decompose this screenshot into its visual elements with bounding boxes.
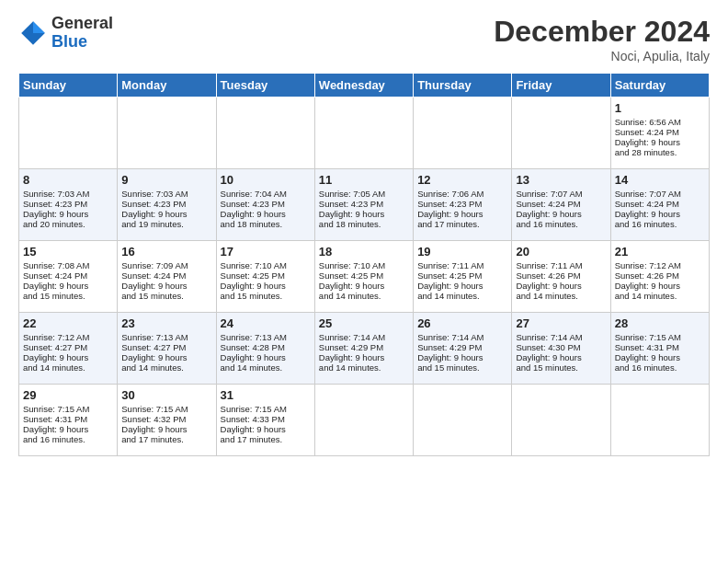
week-row-3: 22Sunrise: 7:12 AMSunset: 4:27 PMDayligh… [19,313,710,385]
table-row: 25Sunrise: 7:14 AMSunset: 4:29 PMDayligh… [314,313,413,385]
month-title: December 2024 [494,15,710,49]
col-wednesday: Wednesday [314,74,413,98]
table-row [512,385,610,456]
table-row: 20Sunrise: 7:11 AMSunset: 4:26 PMDayligh… [512,241,610,313]
location: Noci, Apulia, Italy [494,49,710,63]
table-row [19,98,118,169]
table-row [314,385,413,456]
logo-icon [18,18,48,48]
table-row: 16Sunrise: 7:09 AMSunset: 4:24 PMDayligh… [118,241,216,313]
table-row: 28Sunrise: 7:15 AMSunset: 4:31 PMDayligh… [610,313,709,385]
table-row: 30Sunrise: 7:15 AMSunset: 4:32 PMDayligh… [118,385,216,456]
week-row-0: 1Sunrise: 6:56 AMSunset: 4:24 PMDaylight… [19,98,710,169]
table-row [314,98,413,169]
calendar-table: Sunday Monday Tuesday Wednesday Thursday… [18,73,710,456]
table-row: 27Sunrise: 7:14 AMSunset: 4:30 PMDayligh… [512,313,610,385]
table-row [118,98,216,169]
col-saturday: Saturday [610,74,709,98]
table-row: 19Sunrise: 7:11 AMSunset: 4:25 PMDayligh… [414,241,512,313]
table-row: 9Sunrise: 7:03 AMSunset: 4:23 PMDaylight… [118,169,216,241]
table-row [610,385,709,456]
table-row: 11Sunrise: 7:05 AMSunset: 4:23 PMDayligh… [314,169,413,241]
header: General Blue December 2024 Noci, Apulia,… [18,15,710,63]
table-row: 10Sunrise: 7:04 AMSunset: 4:23 PMDayligh… [216,169,314,241]
table-row: 17Sunrise: 7:10 AMSunset: 4:25 PMDayligh… [216,241,314,313]
week-row-1: 8Sunrise: 7:03 AMSunset: 4:23 PMDaylight… [19,169,710,241]
svg-marker-1 [33,21,45,33]
table-row: 14Sunrise: 7:07 AMSunset: 4:24 PMDayligh… [610,169,709,241]
col-monday: Monday [118,74,216,98]
table-row: 26Sunrise: 7:14 AMSunset: 4:29 PMDayligh… [414,313,512,385]
table-row [512,98,610,169]
week-row-2: 15Sunrise: 7:08 AMSunset: 4:24 PMDayligh… [19,241,710,313]
table-row [414,385,512,456]
table-row [216,98,314,169]
title-block: December 2024 Noci, Apulia, Italy [494,15,710,63]
table-row: 1Sunrise: 6:56 AMSunset: 4:24 PMDaylight… [610,98,709,169]
table-row: 21Sunrise: 7:12 AMSunset: 4:26 PMDayligh… [610,241,709,313]
table-row [414,98,512,169]
logo-blue: Blue [51,33,113,52]
table-row: 31Sunrise: 7:15 AMSunset: 4:33 PMDayligh… [216,385,314,456]
col-friday: Friday [512,74,610,98]
table-row: 8Sunrise: 7:03 AMSunset: 4:23 PMDaylight… [19,169,118,241]
table-row: 13Sunrise: 7:07 AMSunset: 4:24 PMDayligh… [512,169,610,241]
table-row: 23Sunrise: 7:13 AMSunset: 4:27 PMDayligh… [118,313,216,385]
logo-general: General [51,15,113,33]
page: General Blue December 2024 Noci, Apulia,… [0,0,728,467]
logo: General Blue [18,15,113,52]
header-row: Sunday Monday Tuesday Wednesday Thursday… [19,74,710,98]
table-row: 15Sunrise: 7:08 AMSunset: 4:24 PMDayligh… [19,241,118,313]
table-row: 12Sunrise: 7:06 AMSunset: 4:23 PMDayligh… [414,169,512,241]
table-row: 22Sunrise: 7:12 AMSunset: 4:27 PMDayligh… [19,313,118,385]
table-row: 24Sunrise: 7:13 AMSunset: 4:28 PMDayligh… [216,313,314,385]
col-tuesday: Tuesday [216,74,314,98]
logo-text: General Blue [51,15,113,52]
table-row: 18Sunrise: 7:10 AMSunset: 4:25 PMDayligh… [314,241,413,313]
week-row-4: 29Sunrise: 7:15 AMSunset: 4:31 PMDayligh… [19,385,710,456]
table-row: 29Sunrise: 7:15 AMSunset: 4:31 PMDayligh… [19,385,118,456]
col-sunday: Sunday [19,74,118,98]
col-thursday: Thursday [414,74,512,98]
